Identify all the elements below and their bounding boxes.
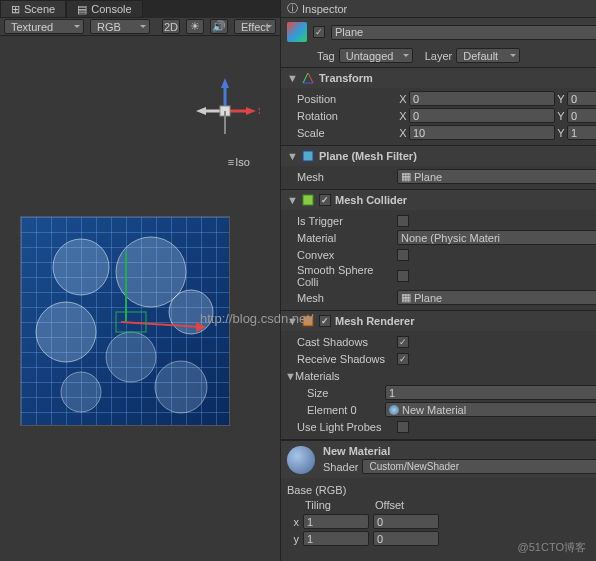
offset-x[interactable] bbox=[373, 514, 439, 529]
lighting-toggle[interactable]: ☀ bbox=[186, 19, 204, 34]
rotation-y[interactable] bbox=[567, 108, 596, 123]
mesh-icon: ▦ bbox=[401, 291, 411, 304]
collider-mesh-field[interactable]: ▦Plane bbox=[397, 290, 596, 305]
layer-dropdown[interactable]: Default bbox=[456, 48, 520, 63]
svg-line-22 bbox=[308, 73, 313, 83]
light-probes-checkbox[interactable] bbox=[397, 421, 409, 433]
gameobject-icon[interactable] bbox=[287, 22, 307, 42]
materials-size[interactable] bbox=[385, 385, 596, 400]
svg-rect-25 bbox=[303, 195, 313, 205]
tab-scene[interactable]: ⊞Scene bbox=[0, 0, 66, 18]
2d-toggle[interactable]: 2D bbox=[162, 19, 180, 34]
base-rgb-label: Base (RGB) bbox=[287, 484, 596, 496]
svg-marker-1 bbox=[221, 78, 229, 88]
material-icon bbox=[389, 405, 399, 415]
meshfilter-icon bbox=[301, 149, 315, 163]
material-element0[interactable]: New Material bbox=[385, 402, 596, 417]
receive-shadows-checkbox[interactable] bbox=[397, 353, 409, 365]
meshrenderer-enable[interactable] bbox=[319, 315, 331, 327]
mesh-icon: ▦ bbox=[401, 170, 411, 183]
svg-rect-24 bbox=[303, 151, 313, 161]
position-x[interactable] bbox=[409, 91, 555, 106]
meshcollider-icon bbox=[301, 193, 315, 207]
convex-checkbox[interactable] bbox=[397, 249, 409, 261]
transform-icon bbox=[301, 71, 315, 85]
svg-point-13 bbox=[36, 302, 96, 362]
svg-point-14 bbox=[106, 332, 156, 382]
inspector-title: Inspector bbox=[302, 3, 347, 15]
offset-y[interactable] bbox=[373, 531, 439, 546]
tag-dropdown[interactable]: Untagged bbox=[339, 48, 413, 63]
render-mode-dropdown[interactable]: RGB bbox=[90, 19, 150, 34]
meshcollider-foldout[interactable]: ▼ bbox=[287, 194, 297, 206]
svg-marker-7 bbox=[196, 107, 206, 115]
tiling-x[interactable] bbox=[303, 514, 369, 529]
projection-label[interactable]: ≡ Iso bbox=[228, 156, 250, 168]
physic-material-field[interactable]: None (Physic Materi bbox=[397, 230, 596, 245]
scale-y[interactable] bbox=[567, 125, 596, 140]
svg-point-10 bbox=[53, 239, 109, 295]
tab-console[interactable]: ▤Console bbox=[66, 0, 142, 18]
svg-point-16 bbox=[155, 361, 207, 413]
active-checkbox[interactable] bbox=[313, 26, 325, 38]
materials-foldout[interactable]: ▼ bbox=[285, 370, 295, 382]
shader-dropdown[interactable]: Custom/NewShader bbox=[362, 459, 596, 474]
rotation-x[interactable] bbox=[409, 108, 555, 123]
effects-dropdown[interactable]: Effect bbox=[234, 19, 276, 34]
position-y[interactable] bbox=[567, 91, 596, 106]
svg-marker-4 bbox=[246, 107, 256, 115]
scene-viewport[interactable]: z x ≡ Iso bbox=[0, 36, 280, 561]
orientation-gizmo[interactable]: z x bbox=[190, 76, 260, 146]
console-icon: ▤ bbox=[77, 3, 87, 16]
transform-foldout[interactable]: ▼ bbox=[287, 72, 297, 84]
shading-dropdown[interactable]: Textured bbox=[4, 19, 84, 34]
is-trigger-checkbox[interactable] bbox=[397, 215, 409, 227]
svg-text:z: z bbox=[222, 76, 228, 78]
watermark2: @51CTO博客 bbox=[518, 540, 586, 555]
material-preview-sphere[interactable] bbox=[287, 446, 315, 474]
cast-shadows-checkbox[interactable] bbox=[397, 336, 409, 348]
material-name: New Material bbox=[323, 445, 596, 457]
svg-point-15 bbox=[61, 372, 101, 412]
object-name-field[interactable] bbox=[331, 25, 596, 40]
meshfilter-foldout[interactable]: ▼ bbox=[287, 150, 297, 162]
mesh-field[interactable]: ▦Plane bbox=[397, 169, 596, 184]
svg-text:x: x bbox=[258, 104, 260, 116]
scene-preview[interactable] bbox=[20, 216, 230, 426]
watermark: http://blog.csdn.net/ bbox=[200, 311, 313, 326]
smooth-checkbox[interactable] bbox=[397, 270, 409, 282]
scene-icon: ⊞ bbox=[11, 3, 20, 16]
svg-line-21 bbox=[303, 73, 308, 83]
audio-toggle[interactable]: 🔊 bbox=[210, 19, 228, 34]
inspector-icon: ⓘ bbox=[287, 1, 298, 16]
scale-x[interactable] bbox=[409, 125, 555, 140]
meshcollider-enable[interactable] bbox=[319, 194, 331, 206]
tiling-y[interactable] bbox=[303, 531, 369, 546]
